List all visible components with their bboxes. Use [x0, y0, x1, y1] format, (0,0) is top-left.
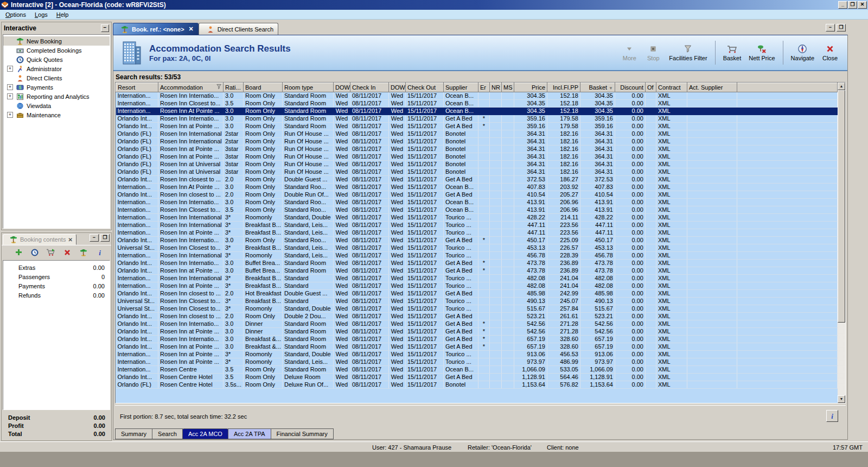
menu-item-logs[interactable]: Logs	[30, 10, 52, 19]
tab-close-icon[interactable]: ✕	[189, 26, 194, 33]
close-button[interactable]: Close	[818, 42, 842, 64]
mdi-minimize-button[interactable]: −	[826, 24, 835, 31]
table-row[interactable]: Orlando (FL)Rosen Inn at Universal3starR…	[116, 168, 838, 176]
column-header-nr[interactable]: NR	[490, 83, 502, 92]
table-row[interactable]: Internation...Rosen Inn International3*R…	[116, 214, 838, 222]
sidebar-item-quick-quotes[interactable]: Quick Quotes	[3, 55, 110, 64]
delete-icon[interactable]	[62, 248, 72, 257]
table-row[interactable]: Orlando Int...Rosen Inn closest to ...2.…	[116, 290, 838, 298]
new-booking-icon[interactable]	[79, 248, 88, 257]
table-row[interactable]: Internation...Rosen Inn At Pointe ...3.0…	[116, 184, 838, 191]
table-scrollbar[interactable]: ▲ ▼	[838, 83, 845, 403]
table-row[interactable]: Internation...Rosen Inn at Pointe ...3*B…	[116, 229, 838, 237]
booking-panel-minimize-button[interactable]: −	[90, 234, 99, 242]
table-row[interactable]: Universal St...Rosen Inn Closest to...3*…	[116, 305, 838, 313]
column-header-incl-fl-pp[interactable]: Incl.Fl.PP	[547, 83, 580, 92]
table-row[interactable]: Orlando Int...Rosen Inn at Pointe ...3.0…	[116, 343, 838, 351]
column-header-act-supplier[interactable]: Act. Supplier	[687, 83, 737, 92]
table-row[interactable]: Internation...Rosen Inn Closest to...3.5…	[116, 100, 838, 108]
table-row[interactable]: Internation...Rosen Inn at Pointe ...3*R…	[116, 358, 838, 366]
table-row[interactable]: Internation...Rosen Inn International3*R…	[116, 252, 838, 260]
column-header-dow[interactable]: DOW	[389, 83, 406, 92]
table-row[interactable]: Orlando Int...Rosen Inn Internatio...3.0…	[116, 115, 838, 123]
booking-contents-tab[interactable]: Booking contents ✕	[3, 234, 76, 245]
table-row[interactable]: Orlando Int...Rosen Inn at Pointe ...3.0…	[116, 267, 838, 275]
sidebar-item-completed-bookings[interactable]: Completed Bookings	[3, 46, 110, 55]
bottom-tab-acc-2a-tpa[interactable]: Acc 2A TPA	[228, 428, 271, 439]
info-icon[interactable]: i	[95, 248, 105, 257]
table-row[interactable]: Orlando (FL)Rosen Inn International2star…	[116, 130, 838, 138]
tab-direct-clients-search[interactable]: Direct Clients Search	[199, 23, 278, 35]
expand-icon[interactable]: +	[7, 112, 13, 118]
column-header-discount[interactable]: Discount	[615, 83, 646, 92]
column-header-dow[interactable]: DOW	[334, 83, 350, 92]
tab-book-ref-none[interactable]: Book. ref.: <none>✕	[113, 23, 199, 35]
column-header-ms[interactable]: MS	[502, 83, 514, 92]
table-row[interactable]: Internation...Rosen Inn At Pointe ...3.0…	[116, 108, 838, 115]
table-row[interactable]: Orlando Int...Rosen Inn Internatio...3.0…	[116, 320, 838, 328]
collapse-panel-button[interactable]: −	[101, 24, 109, 32]
navigate-button[interactable]: Navigate	[787, 42, 818, 64]
sidebar-item-direct-clients[interactable]: Direct Clients	[3, 73, 110, 83]
table-row[interactable]: Internation...Rosen Inn Internatio...3.0…	[116, 199, 838, 206]
booking-contents-close-icon[interactable]: ✕	[68, 237, 72, 243]
filter-icon[interactable]	[216, 84, 222, 91]
column-header-check-in[interactable]: Check In	[350, 83, 389, 92]
column-header-room-type[interactable]: Room type	[283, 83, 334, 92]
table-row[interactable]: Orlando Int...Rosen Inn Internatio...3.0…	[116, 260, 838, 267]
bottom-tab-summary[interactable]: Summary	[115, 428, 152, 439]
bottom-tab-financial-summary[interactable]: Financial Summary	[271, 428, 334, 439]
sidebar-item-administrator[interactable]: +Administrator	[3, 64, 110, 73]
quick-quote-icon[interactable]	[30, 248, 40, 257]
close-window-button[interactable]: ✕	[858, 1, 867, 9]
sidebar-item-payments[interactable]: +$Payments	[3, 83, 110, 92]
column-header-of[interactable]: Of	[646, 83, 656, 92]
table-row[interactable]: Orlando Int...Rosen Inn at Pointe ...3.0…	[116, 328, 838, 336]
expand-icon[interactable]: +	[7, 93, 13, 99]
sidebar-item-new-booking[interactable]: New Booking	[3, 36, 110, 46]
maximize-window-button[interactable]: ❐	[848, 1, 857, 9]
table-row[interactable]: Orlando Int...Rosen Inn closest to ...2.…	[116, 313, 838, 320]
sidebar-item-reporting-and-analytics[interactable]: +Reporting and Analytics	[3, 92, 110, 101]
booking-panel-maximize-button[interactable]: ❐	[100, 234, 110, 242]
table-row[interactable]: Orlando Int...Rosen Inn closest to ...2.…	[116, 176, 838, 184]
nett-price-button[interactable]: Nett Price	[745, 42, 778, 64]
table-row[interactable]: Internation...Rosen Inn Internatio...3.0…	[116, 92, 838, 100]
mdi-restore-button[interactable]: ❐	[837, 24, 846, 31]
add-icon[interactable]	[14, 248, 23, 257]
column-header-er[interactable]: Er	[478, 83, 490, 92]
expand-icon[interactable]: +	[7, 66, 13, 72]
table-row[interactable]: Internation...Rosen Inn International3*B…	[116, 222, 838, 229]
table-row[interactable]: Internation...Rosen Inn International3*B…	[116, 275, 838, 282]
table-row[interactable]: Orlando (FL)Rosen Inn at Universal3starR…	[116, 161, 838, 168]
table-row[interactable]: Orlando Int...Rosen Inn at Pointe ...3.0…	[116, 123, 838, 130]
table-row[interactable]: Orlando (FL)Rosen Inn at Pointe ...3star…	[116, 146, 838, 153]
minimize-window-button[interactable]: _	[838, 1, 847, 9]
sidebar-item-maintenance[interactable]: +Maintenance	[3, 110, 110, 119]
menu-item-options[interactable]: Options	[1, 10, 30, 19]
facilities-filter-button[interactable]: Facilities Filter	[665, 42, 711, 64]
bottom-tab-search[interactable]: Search	[152, 428, 183, 439]
table-row[interactable]: Internation...Rosen Inn at Pointe ...3*B…	[116, 282, 838, 290]
table-row[interactable]: Internation...Rosen Inn at Pointe ...3*R…	[116, 351, 838, 358]
column-header-resort[interactable]: Resort	[116, 83, 158, 92]
scroll-down-icon[interactable]: ▼	[838, 395, 845, 403]
table-row[interactable]: Internation...Rosen Inn Closest to...3.5…	[116, 206, 838, 214]
table-row[interactable]: Universal St...Rosen Inn Closest to...3*…	[116, 244, 838, 252]
scrollbar-thumb[interactable]	[838, 90, 845, 323]
column-header-check-out[interactable]: Check Out	[406, 83, 444, 92]
menu-item-help[interactable]: Help	[52, 10, 73, 19]
column-header-rati[interactable]: Rati...	[224, 83, 244, 92]
sidebar-item-viewdata[interactable]: Viewdata	[3, 101, 110, 110]
column-header-contract[interactable]: Contract	[656, 83, 687, 92]
table-row[interactable]: Orlando (FL)Rosen Inn at Pointe ...3star…	[116, 153, 838, 161]
table-row[interactable]: Internation...Rosen Centre3.5Room OnlySt…	[116, 366, 838, 374]
basket-button[interactable]: Basket	[719, 42, 745, 64]
table-row[interactable]: Universal St...Rosen Inn Closest to...3*…	[116, 298, 838, 305]
column-header-board[interactable]: Board	[244, 83, 283, 92]
bottom-tab-acc-2a-mco[interactable]: Acc 2A MCO	[182, 428, 228, 439]
expand-icon[interactable]: +	[7, 84, 13, 90]
table-row[interactable]: Orlando (FL)Rosen Inn International2star…	[116, 138, 838, 146]
column-header-basket[interactable]: Basket▼	[580, 83, 615, 92]
column-header-accommodation[interactable]: Accommodation	[158, 83, 224, 92]
